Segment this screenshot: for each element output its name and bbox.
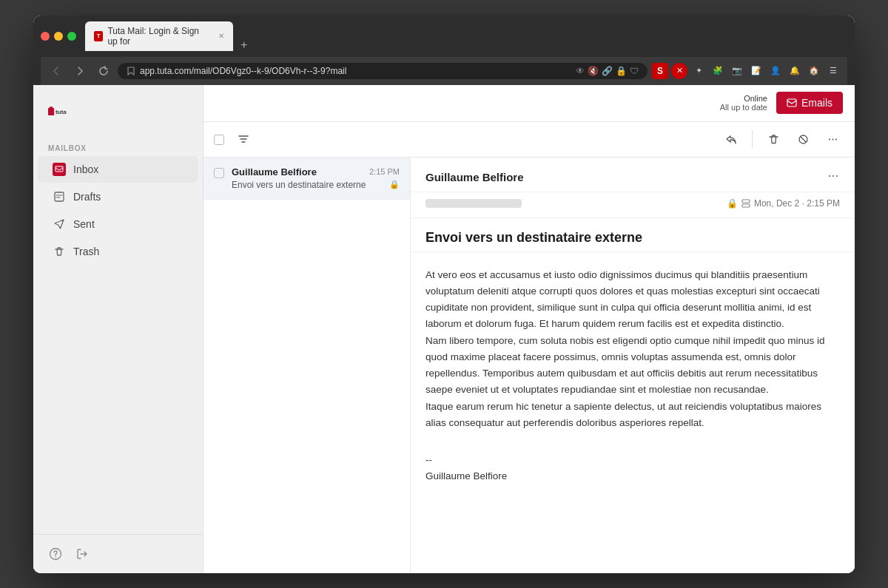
svg-point-12	[832, 175, 834, 176]
fullscreen-traffic-light[interactable]	[67, 32, 76, 41]
status-online: Online	[744, 94, 767, 103]
sent-icon	[53, 217, 66, 231]
email-body: At vero eos et accusamus et iusto odio d…	[411, 252, 855, 447]
minimize-traffic-light[interactable]	[54, 32, 63, 41]
sidebar-item-sent[interactable]: Sent	[38, 211, 198, 237]
split-view: Guillaume Belfiore 2:15 PM Envoi vers un…	[204, 158, 855, 573]
ext-star[interactable]: ✦	[690, 63, 707, 79]
sent-label: Sent	[73, 218, 95, 230]
inbox-label: Inbox	[73, 163, 98, 175]
ext-note[interactable]: 📝	[748, 63, 764, 79]
drafts-icon	[53, 190, 66, 203]
email-date: 🔒 Mon, Dec 2 · 2:15 PM	[727, 198, 840, 209]
tab-favicon: T	[94, 31, 103, 41]
email-from-name: Guillaume Belfiore	[426, 171, 524, 183]
more-button[interactable]	[821, 127, 844, 151]
header-actions	[719, 127, 844, 151]
logout-button[interactable]	[72, 544, 92, 564]
lock-addr-icon: 🔒	[616, 66, 627, 76]
bookmark-icon	[127, 67, 135, 75]
recipient-blur	[426, 199, 522, 208]
tuta-logo: tuta	[48, 98, 75, 125]
email-list-item[interactable]: Guillaume Belfiore 2:15 PM Envoi vers un…	[204, 158, 410, 200]
sort-filter-button[interactable]	[232, 127, 255, 151]
email-subject-title: Envoi vers un destinataire externe	[411, 218, 855, 252]
svg-rect-3	[55, 192, 64, 201]
trash-label: Trash	[73, 246, 99, 257]
help-button[interactable]	[45, 544, 66, 564]
browser-window: T Tuta Mail: Login & Sign up for ✕ + app…	[33, 16, 855, 573]
lock-meta-icon: 🔒	[727, 198, 738, 209]
tab-bar: T Tuta Mail: Login & Sign up for ✕ +	[85, 21, 847, 51]
traffic-lights	[41, 32, 76, 41]
email-checkbox[interactable]	[214, 168, 224, 178]
url-text: app.tuta.com/mail/OD6Vgz0--k-9/OD6Vh-r--…	[140, 66, 571, 76]
ext-person[interactable]: 👤	[767, 63, 784, 79]
email-signature: -- Guillaume Belfiore	[411, 446, 855, 500]
svg-rect-14	[742, 200, 750, 203]
link-icon: 🔗	[602, 66, 613, 76]
detail-more-button[interactable]	[827, 169, 840, 186]
browser-chrome: T Tuta Mail: Login & Sign up for ✕ + app…	[33, 16, 855, 85]
emails-button[interactable]: Emails	[776, 92, 843, 114]
tab-close-button[interactable]: ✕	[218, 32, 224, 40]
ext-s[interactable]: S	[652, 63, 668, 79]
email-content: Guillaume Belfiore 2:15 PM Envoi vers un…	[232, 166, 400, 190]
drafts-label: Drafts	[73, 191, 101, 203]
email-sender-row: Guillaume Belfiore 2:15 PM	[232, 166, 400, 178]
email-list-header	[204, 122, 855, 158]
trash-icon	[53, 245, 66, 258]
address-icons: 👁 🔇 🔗 🔒 🛡	[576, 66, 639, 76]
select-all-checkbox[interactable]	[214, 135, 224, 145]
svg-point-8	[829, 138, 830, 140]
divider	[752, 130, 753, 148]
email-detail-header: Guillaume Belfiore	[411, 158, 855, 192]
reply-button[interactable]	[719, 127, 743, 151]
svg-rect-6	[787, 99, 796, 107]
new-tab-button[interactable]: +	[236, 39, 252, 51]
sidebar-item-inbox[interactable]: Inbox	[38, 156, 198, 183]
logo-area: tuta	[33, 85, 203, 138]
spam-button[interactable]	[791, 127, 815, 151]
ext-home[interactable]: 🏠	[806, 63, 822, 79]
mailbox-label: MAILBOX	[33, 138, 203, 155]
ext-bell[interactable]: 🔔	[787, 63, 803, 79]
forward-button[interactable]	[70, 61, 90, 81]
close-traffic-light[interactable]	[41, 32, 50, 41]
email-btn-icon	[787, 98, 797, 108]
sidebar-item-drafts[interactable]: Drafts	[38, 183, 198, 210]
active-tab[interactable]: T Tuta Mail: Login & Sign up for ✕	[85, 21, 233, 51]
email-sender: Guillaume Belfiore	[232, 166, 317, 178]
ext-camera[interactable]: 📷	[729, 63, 745, 79]
email-subject-preview: Envoi vers un destinataire externe	[232, 180, 386, 190]
sidebar-item-trash[interactable]: Trash	[38, 238, 198, 265]
status-area: Online All up to date	[720, 94, 767, 112]
eye-icon: 👁	[576, 66, 585, 76]
svg-point-5	[55, 556, 56, 557]
email-body-text: At vero eos et accusamus et iusto odio d…	[426, 267, 840, 432]
tab-title: Tuta Mail: Login & Sign up for	[107, 26, 211, 47]
signature-name: Guillaume Belfiore	[426, 468, 840, 484]
sidebar-nav: Inbox Drafts	[33, 155, 203, 534]
svg-point-13	[836, 175, 838, 176]
delete-button[interactable]	[761, 127, 785, 151]
ext-red[interactable]: ✕	[671, 63, 687, 79]
svg-rect-1	[50, 107, 53, 111]
app-content: tuta MAILBOX Inbox	[33, 85, 855, 573]
email-detail: Guillaume Belfiore 🔒	[411, 158, 855, 573]
ext-puzzle[interactable]: 🧩	[710, 63, 726, 79]
top-bar: Online All up to date Emails	[204, 85, 855, 122]
mute-icon: 🔇	[588, 66, 599, 76]
email-meta-row: 🔒 Mon, Dec 2 · 2:15 PM	[411, 192, 855, 218]
back-button[interactable]	[47, 61, 66, 81]
ext-menu[interactable]: ☰	[825, 63, 841, 79]
browser-extensions: S ✕ ✦ 🧩 📷 📝 👤 🔔 🏠 ☰	[652, 63, 841, 79]
email-time: 2:15 PM	[369, 167, 400, 176]
status-date: All up to date	[720, 103, 767, 112]
address-bar[interactable]: app.tuta.com/mail/OD6Vgz0--k-9/OD6Vh-r--…	[118, 63, 648, 79]
svg-rect-15	[742, 204, 750, 207]
reload-button[interactable]	[94, 61, 113, 81]
svg-point-10	[835, 138, 837, 140]
signature-sep: --	[426, 452, 840, 468]
emails-btn-label: Emails	[801, 97, 832, 109]
